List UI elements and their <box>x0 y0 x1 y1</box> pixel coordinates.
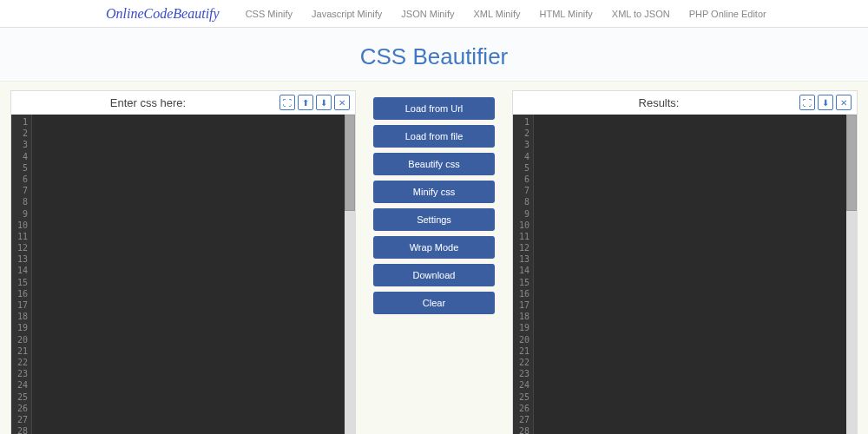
input-gutter: 1234567891011121314151617181920212223242… <box>11 115 32 434</box>
output-editor-body[interactable] <box>534 115 857 434</box>
nav-link-1[interactable]: Javascript Minify <box>312 9 382 19</box>
output-panel-toolbar: ⛶ ⬇ ✕ <box>799 95 852 110</box>
download-icon[interactable]: ⬇ <box>316 95 332 110</box>
upload-icon[interactable]: ⬆ <box>298 95 313 110</box>
scrollbar-thumb[interactable] <box>846 115 857 211</box>
minify-button[interactable]: Minify css <box>373 181 495 203</box>
nav-link-0[interactable]: CSS Minify <box>246 9 293 19</box>
download-icon[interactable]: ⬇ <box>818 95 833 110</box>
expand-icon[interactable]: ⛶ <box>799 95 815 110</box>
expand-icon[interactable]: ⛶ <box>279 95 295 110</box>
action-column: Load from Url Load from file Beautify cs… <box>365 90 503 434</box>
output-scrollbar[interactable] <box>846 115 857 434</box>
download-button[interactable]: Download <box>373 264 495 286</box>
beautify-button[interactable]: Beautify css <box>373 153 495 175</box>
top-navigation: OnlineCodeBeautify CSS Minify Javascript… <box>0 0 868 28</box>
close-icon[interactable]: ✕ <box>836 95 852 110</box>
nav-link-4[interactable]: HTML Minify <box>539 9 592 19</box>
nav-link-3[interactable]: XML Minify <box>473 9 520 19</box>
main-container: Enter css here: ⛶ ⬆ ⬇ ✕ 1234567891011121… <box>0 81 868 434</box>
load-file-button[interactable]: Load from file <box>373 125 495 148</box>
close-icon[interactable]: ✕ <box>334 95 350 110</box>
input-editor-body[interactable] <box>32 115 355 434</box>
wrap-mode-button[interactable]: Wrap Mode <box>373 236 495 259</box>
output-panel-header: Results: ⛶ ⬇ ✕ <box>513 91 857 115</box>
input-editor[interactable]: 1234567891011121314151617181920212223242… <box>11 115 355 434</box>
nav-links: CSS Minify Javascript Minify JSON Minify… <box>246 9 766 19</box>
input-panel-header: Enter css here: ⛶ ⬆ ⬇ ✕ <box>11 91 355 115</box>
settings-button[interactable]: Settings <box>373 208 495 231</box>
scrollbar-thumb[interactable] <box>345 115 355 211</box>
input-panel-toolbar: ⛶ ⬆ ⬇ ✕ <box>279 95 350 110</box>
page-title: CSS Beautifier <box>0 43 868 70</box>
input-panel-title: Enter css here: <box>16 96 279 109</box>
load-url-button[interactable]: Load from Url <box>373 97 495 120</box>
nav-link-5[interactable]: XML to JSON <box>612 9 670 19</box>
clear-button[interactable]: Clear <box>373 292 495 314</box>
nav-link-2[interactable]: JSON Minify <box>401 9 454 19</box>
site-logo[interactable]: OnlineCodeBeautify <box>106 6 220 22</box>
input-panel: Enter css here: ⛶ ⬆ ⬇ ✕ 1234567891011121… <box>10 90 356 434</box>
output-editor[interactable]: 1234567891011121314151617181920212223242… <box>513 115 857 434</box>
output-panel: Results: ⛶ ⬇ ✕ 1234567891011121314151617… <box>512 90 858 434</box>
nav-link-6[interactable]: PHP Online Editor <box>689 9 766 19</box>
input-scrollbar[interactable] <box>345 115 355 434</box>
output-panel-title: Results: <box>518 96 799 109</box>
output-gutter: 1234567891011121314151617181920212223242… <box>513 115 534 434</box>
